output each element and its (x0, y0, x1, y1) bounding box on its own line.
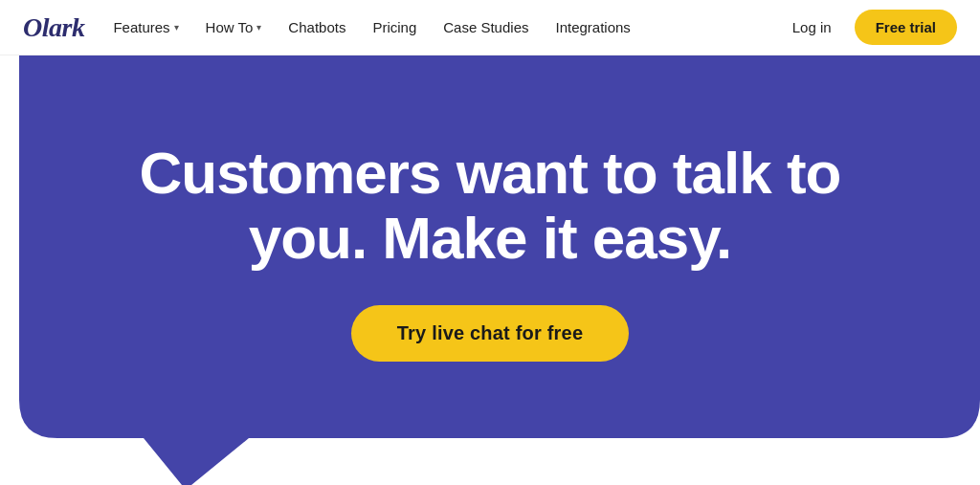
hero-content: Customers want to talk to you. Make it e… (0, 55, 980, 485)
logo[interactable]: Olark (23, 12, 84, 43)
nav-links: Features ▾ How To ▾ Chatbots Pricing Cas… (101, 13, 776, 41)
hero-cta-button[interactable]: Try live chat for free (351, 305, 629, 362)
nav-label-howto: How To (206, 19, 254, 35)
nav-label-pricing: Pricing (372, 19, 416, 35)
nav-label-integrations: Integrations (555, 19, 630, 35)
nav-item-case-studies[interactable]: Case Studies (432, 13, 540, 41)
hero-section: Customers want to talk to you. Make it e… (0, 55, 980, 485)
nav-item-pricing[interactable]: Pricing (361, 13, 428, 41)
navbar: Olark Features ▾ How To ▾ Chatbots Prici… (0, 0, 980, 55)
nav-item-chatbots[interactable]: Chatbots (277, 13, 357, 41)
nav-item-howto[interactable]: How To ▾ (194, 13, 274, 41)
nav-item-integrations[interactable]: Integrations (544, 13, 641, 41)
login-button[interactable]: Log in (777, 13, 847, 41)
chevron-down-icon: ▾ (174, 22, 179, 33)
chevron-down-icon: ▾ (256, 22, 261, 33)
nav-label-chatbots: Chatbots (288, 19, 345, 35)
nav-label-features: Features (113, 19, 169, 35)
hero-headline: Customers want to talk to you. Make it e… (117, 141, 863, 271)
nav-right: Log in Free trial (777, 10, 957, 45)
free-trial-button[interactable]: Free trial (855, 10, 957, 45)
nav-item-features[interactable]: Features ▾ (101, 13, 189, 41)
nav-label-case-studies: Case Studies (443, 19, 528, 35)
